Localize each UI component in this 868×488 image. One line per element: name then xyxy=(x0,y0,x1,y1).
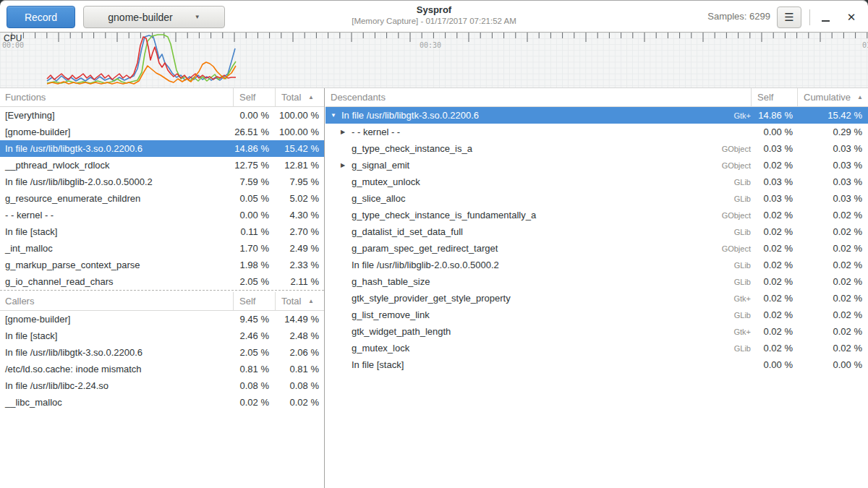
table-row[interactable]: [gnome-builder]26.51 %100.00 % xyxy=(0,124,324,140)
descendants-column-header[interactable]: Descendants xyxy=(326,88,751,107)
table-row[interactable]: g_resource_enumerate_children0.05 %5.02 … xyxy=(0,190,324,207)
total-percent-cell: 0.08 % xyxy=(275,380,324,391)
tree-row[interactable]: In file [stack]0.00 %0.00 % xyxy=(326,356,868,373)
table-row[interactable]: - - kernel - -0.00 %4.30 % xyxy=(0,207,324,223)
tree-row[interactable]: g_mutex_lockGLib0.02 %0.02 % xyxy=(326,340,868,356)
function-name-cell: g_resource_enumerate_children xyxy=(0,193,233,204)
tree-row[interactable]: gtk_widget_path_lengthGtk+0.02 %0.02 % xyxy=(326,323,868,340)
hamburger-icon: ☰ xyxy=(784,11,793,24)
table-row[interactable]: In file /usr/lib/libglib-2.0.so.0.5000.2… xyxy=(0,174,324,190)
titlebar-separator xyxy=(809,9,810,25)
cumulative-percent-cell: 0.02 % xyxy=(797,276,868,287)
descendants-cumulative-column-header[interactable]: Cumulative ▲ xyxy=(797,88,868,107)
function-name-cell: In file /usr/lib/libgtk-3.so.0.2200.6 xyxy=(0,143,233,154)
self-percent-cell: 0.03 % xyxy=(751,176,797,187)
expander-down-icon[interactable]: ▼ xyxy=(331,112,341,119)
total-percent-cell: 2.49 % xyxy=(275,243,324,254)
sort-ascending-icon: ▲ xyxy=(857,94,863,100)
table-row[interactable]: [gnome-builder]9.45 %14.49 % xyxy=(0,311,324,328)
titlebar-center: Sysprof [Memory Capture] - 01/17/2017 07… xyxy=(289,4,579,31)
self-percent-cell: 0.02 % xyxy=(751,243,797,254)
hamburger-menu-button[interactable]: ☰ xyxy=(777,7,801,28)
self-percent-cell: 0.02 % xyxy=(751,160,797,171)
descendant-name-cell: g_param_spec_get_redirect_target xyxy=(326,243,696,254)
table-row[interactable]: g_markup_parse_context_parse1.98 %2.33 % xyxy=(0,257,324,273)
self-percent-cell: 1.70 % xyxy=(233,243,275,254)
descendants-panel: Descendants Self Cumulative ▲ ▼In file /… xyxy=(326,88,868,488)
descendant-name-label: g_param_spec_get_redirect_target xyxy=(352,243,498,254)
tree-row[interactable]: g_param_spec_get_redirect_targetGObject0… xyxy=(326,240,868,257)
total-percent-cell: 100.00 % xyxy=(275,127,324,137)
tree-row[interactable]: g_mutex_unlockGLib0.03 %0.03 % xyxy=(326,174,868,190)
total-percent-cell: 2.06 % xyxy=(275,347,324,358)
self-percent-cell: 14.86 % xyxy=(233,143,275,154)
self-percent-cell: 12.75 % xyxy=(233,160,275,171)
tree-row[interactable]: g_datalist_id_set_data_fullGLib0.02 %0.0… xyxy=(326,223,868,240)
total-percent-cell: 2.33 % xyxy=(275,260,324,270)
function-name-cell: g_io_channel_read_chars xyxy=(0,276,233,287)
functions-column-header[interactable]: Functions xyxy=(0,88,233,107)
tree-row[interactable]: ▶- - kernel - -0.00 %0.29 % xyxy=(326,124,868,140)
function-name-cell: g_markup_parse_context_parse xyxy=(0,260,233,270)
table-row[interactable]: _int_malloc1.70 %2.49 % xyxy=(0,240,324,257)
self-percent-cell: 0.02 % xyxy=(751,326,797,337)
tree-row[interactable]: g_slice_allocGLib0.03 %0.03 % xyxy=(326,190,868,207)
table-row[interactable]: [Everything]0.00 %100.00 % xyxy=(0,107,324,124)
chevron-down-icon: ▼ xyxy=(195,14,200,20)
tree-row[interactable]: g_type_check_instance_is_aGObject0.03 %0… xyxy=(326,140,868,157)
self-percent-cell: 0.02 % xyxy=(751,226,797,237)
descendant-name-label: gtk_style_provider_get_style_property xyxy=(352,293,511,304)
table-row[interactable]: g_io_channel_read_chars2.05 %2.11 % xyxy=(0,273,324,290)
table-row[interactable]: In file /usr/lib/libgtk-3.so.0.2200.614.… xyxy=(0,140,324,157)
table-row[interactable]: In file [stack]0.11 %2.70 % xyxy=(0,223,324,240)
self-percent-cell: 0.00 % xyxy=(233,210,275,221)
library-tag: GObject xyxy=(696,211,751,220)
self-percent-cell: 1.98 % xyxy=(233,260,275,270)
tree-row[interactable]: ▶g_signal_emitGObject0.02 %0.03 % xyxy=(326,157,868,174)
total-percent-cell: 15.42 % xyxy=(275,143,324,154)
expander-right-icon[interactable]: ▶ xyxy=(341,129,352,135)
descendants-table-header: Descendants Self Cumulative ▲ xyxy=(326,88,868,107)
tree-row[interactable]: ▼In file /usr/lib/libgtk-3.so.0.2200.6Gt… xyxy=(326,107,868,124)
total-percent-cell: 14.49 % xyxy=(275,314,324,325)
tree-row[interactable]: gtk_style_provider_get_style_propertyGtk… xyxy=(326,290,868,307)
functions-self-column-header[interactable]: Self xyxy=(233,88,275,107)
functions-table-header: Functions Self Total ▲ xyxy=(0,88,324,107)
tree-row[interactable]: g_list_remove_linkGLib0.02 %0.02 % xyxy=(326,307,868,323)
descendant-name-cell: gtk_style_provider_get_style_property xyxy=(326,293,696,304)
descendant-name-cell: In file /usr/lib/libglib-2.0.so.0.5000.2 xyxy=(326,260,696,270)
expander-right-icon[interactable]: ▶ xyxy=(341,162,352,168)
left-panel: Functions Self Total ▲ [Everything]0.00 … xyxy=(0,88,325,488)
tree-row[interactable]: In file /usr/lib/libglib-2.0.so.0.5000.2… xyxy=(326,257,868,273)
table-row[interactable]: In file /usr/lib/libc-2.24.so0.08 %0.08 … xyxy=(0,377,324,394)
table-row[interactable]: In file [stack]2.46 %2.48 % xyxy=(0,328,324,344)
tree-row[interactable]: g_hash_table_sizeGLib0.02 %0.02 % xyxy=(326,273,868,290)
cumulative-percent-cell: 0.02 % xyxy=(797,309,868,320)
cpu-timeline-graph[interactable]: CPU 00:0000:3001:00 xyxy=(0,33,868,88)
self-percent-cell: 0.11 % xyxy=(233,226,275,237)
cumulative-percent-cell: 0.03 % xyxy=(797,160,868,171)
table-row[interactable]: In file /usr/lib/libgtk-3.so.0.2200.62.0… xyxy=(0,344,324,361)
target-selector-dropdown[interactable]: gnome-builder ▼ xyxy=(83,6,225,28)
descendant-name-label: g_slice_alloc xyxy=(352,193,405,204)
close-button[interactable]: ✕ xyxy=(841,7,862,28)
descendants-self-column-header[interactable]: Self xyxy=(751,88,797,107)
descendant-name-cell: In file [stack] xyxy=(326,359,696,370)
self-percent-cell: 2.05 % xyxy=(233,276,275,287)
table-row[interactable]: __libc_malloc0.02 %0.02 % xyxy=(0,394,324,411)
total-percent-cell: 2.48 % xyxy=(275,330,324,341)
functions-total-column-header[interactable]: Total ▲ xyxy=(275,88,324,107)
self-percent-cell: 9.45 % xyxy=(233,314,275,325)
callers-column-header[interactable]: Callers xyxy=(0,292,233,311)
total-percent-cell: 0.81 % xyxy=(275,364,324,374)
minimize-button[interactable] xyxy=(814,7,836,28)
record-button[interactable]: Record xyxy=(7,6,75,28)
tree-row[interactable]: g_type_check_instance_is_fundamentally_a… xyxy=(326,207,868,223)
library-tag: GLib xyxy=(696,344,751,353)
function-name-cell: [gnome-builder] xyxy=(0,127,233,137)
table-row[interactable]: __pthread_rwlock_rdlock12.75 %12.81 % xyxy=(0,157,324,174)
self-percent-cell: 0.03 % xyxy=(751,143,797,154)
callers-total-column-header[interactable]: Total ▲ xyxy=(275,292,324,311)
callers-self-column-header[interactable]: Self xyxy=(233,292,275,311)
table-row[interactable]: /etc/ld.so.cache: inode mismatch0.81 %0.… xyxy=(0,361,324,377)
